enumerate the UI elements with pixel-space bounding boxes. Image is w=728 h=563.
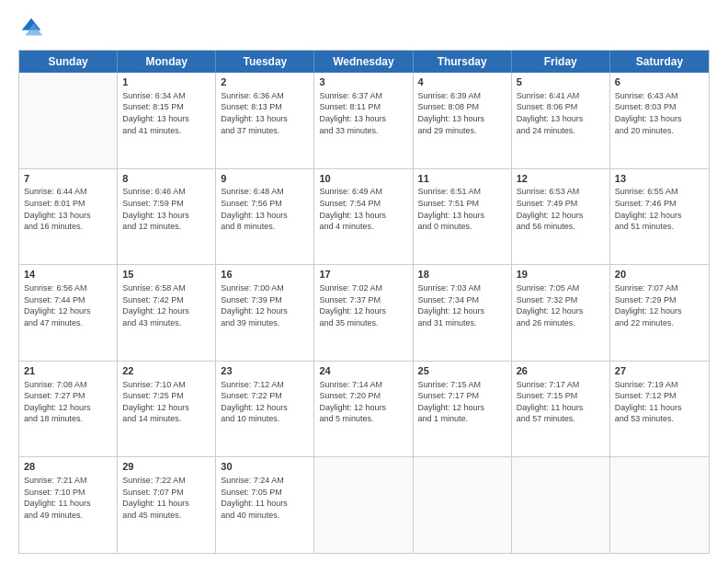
day-info: Sunrise: 6:55 AM Sunset: 7:46 PM Dayligh… — [615, 186, 704, 232]
day-number: 10 — [319, 172, 407, 186]
calendar-day-21: 21Sunrise: 7:08 AM Sunset: 7:27 PM Dayli… — [19, 362, 118, 457]
day-info: Sunrise: 6:43 AM Sunset: 8:03 PM Dayligh… — [615, 90, 704, 136]
day-number: 30 — [221, 460, 309, 474]
calendar-day-4: 4Sunrise: 6:39 AM Sunset: 8:08 PM Daylig… — [414, 73, 512, 168]
header-day-tuesday: Tuesday — [216, 51, 314, 73]
day-info: Sunrise: 7:14 AM Sunset: 7:20 PM Dayligh… — [319, 379, 407, 425]
calendar: SundayMondayTuesdayWednesdayThursdayFrid… — [18, 50, 710, 554]
day-info: Sunrise: 7:24 AM Sunset: 7:05 PM Dayligh… — [221, 475, 309, 521]
day-info: Sunrise: 7:22 AM Sunset: 7:07 PM Dayligh… — [122, 475, 210, 521]
day-number: 7 — [24, 172, 112, 186]
day-number: 1 — [122, 75, 210, 89]
day-number: 12 — [517, 172, 605, 186]
day-number: 23 — [221, 364, 309, 378]
day-info: Sunrise: 7:05 AM Sunset: 7:32 PM Dayligh… — [517, 282, 605, 328]
day-info: Sunrise: 6:44 AM Sunset: 8:01 PM Dayligh… — [24, 186, 112, 232]
calendar-day-13: 13Sunrise: 6:55 AM Sunset: 7:46 PM Dayli… — [610, 169, 709, 265]
day-info: Sunrise: 7:02 AM Sunset: 7:37 PM Dayligh… — [319, 282, 407, 328]
day-number: 3 — [319, 75, 407, 89]
day-info: Sunrise: 6:58 AM Sunset: 7:42 PM Dayligh… — [122, 282, 210, 328]
calendar-day-16: 16Sunrise: 7:00 AM Sunset: 7:39 PM Dayli… — [216, 265, 314, 361]
calendar-day-26: 26Sunrise: 7:17 AM Sunset: 7:15 PM Dayli… — [512, 362, 610, 457]
day-info: Sunrise: 7:03 AM Sunset: 7:34 PM Dayligh… — [418, 282, 506, 328]
day-info: Sunrise: 7:12 AM Sunset: 7:22 PM Dayligh… — [221, 379, 309, 425]
calendar-week-2: 7Sunrise: 6:44 AM Sunset: 8:01 PM Daylig… — [19, 169, 709, 266]
day-number: 13 — [615, 172, 704, 186]
day-info: Sunrise: 6:41 AM Sunset: 8:06 PM Dayligh… — [517, 90, 605, 136]
logo — [18, 15, 48, 40]
header-day-sunday: Sunday — [19, 51, 118, 73]
day-info: Sunrise: 7:17 AM Sunset: 7:15 PM Dayligh… — [517, 379, 605, 425]
calendar-day-12: 12Sunrise: 6:53 AM Sunset: 7:49 PM Dayli… — [512, 169, 610, 265]
day-number: 29 — [122, 460, 210, 474]
calendar-week-5: 28Sunrise: 7:21 AM Sunset: 7:10 PM Dayli… — [19, 457, 709, 553]
calendar-day-17: 17Sunrise: 7:02 AM Sunset: 7:37 PM Dayli… — [314, 265, 413, 361]
calendar-header: SundayMondayTuesdayWednesdayThursdayFrid… — [19, 51, 709, 73]
day-number: 26 — [517, 364, 605, 378]
day-info: Sunrise: 7:07 AM Sunset: 7:29 PM Dayligh… — [615, 282, 704, 328]
day-info: Sunrise: 7:19 AM Sunset: 7:12 PM Dayligh… — [615, 379, 704, 425]
calendar-day-24: 24Sunrise: 7:14 AM Sunset: 7:20 PM Dayli… — [314, 362, 413, 457]
day-info: Sunrise: 6:51 AM Sunset: 7:51 PM Dayligh… — [418, 186, 506, 232]
calendar-day-23: 23Sunrise: 7:12 AM Sunset: 7:22 PM Dayli… — [216, 362, 314, 457]
day-number: 4 — [418, 75, 506, 89]
logo-icon — [18, 15, 44, 40]
calendar-empty-cell — [414, 457, 512, 553]
calendar-day-25: 25Sunrise: 7:15 AM Sunset: 7:17 PM Dayli… — [414, 362, 512, 457]
day-number: 5 — [517, 75, 605, 89]
calendar-day-15: 15Sunrise: 6:58 AM Sunset: 7:42 PM Dayli… — [118, 265, 216, 361]
calendar-day-22: 22Sunrise: 7:10 AM Sunset: 7:25 PM Dayli… — [118, 362, 216, 457]
day-number: 17 — [319, 268, 407, 282]
calendar-day-8: 8Sunrise: 6:46 AM Sunset: 7:59 PM Daylig… — [118, 169, 216, 265]
day-info: Sunrise: 6:34 AM Sunset: 8:15 PM Dayligh… — [122, 90, 210, 136]
day-number: 16 — [221, 268, 309, 282]
calendar-day-11: 11Sunrise: 6:51 AM Sunset: 7:51 PM Dayli… — [414, 169, 512, 265]
calendar-body: 1Sunrise: 6:34 AM Sunset: 8:15 PM Daylig… — [19, 73, 709, 553]
calendar-empty-cell — [19, 73, 118, 168]
calendar-empty-cell — [610, 457, 709, 553]
calendar-week-4: 21Sunrise: 7:08 AM Sunset: 7:27 PM Dayli… — [19, 362, 709, 458]
calendar-empty-cell — [512, 457, 610, 553]
day-info: Sunrise: 6:37 AM Sunset: 8:11 PM Dayligh… — [319, 90, 407, 136]
calendar-week-3: 14Sunrise: 6:56 AM Sunset: 7:44 PM Dayli… — [19, 265, 709, 362]
calendar-day-19: 19Sunrise: 7:05 AM Sunset: 7:32 PM Dayli… — [512, 265, 610, 361]
header-day-thursday: Thursday — [414, 51, 512, 73]
day-number: 19 — [517, 268, 605, 282]
day-number: 11 — [418, 172, 506, 186]
calendar-day-30: 30Sunrise: 7:24 AM Sunset: 7:05 PM Dayli… — [216, 457, 314, 553]
calendar-day-1: 1Sunrise: 6:34 AM Sunset: 8:15 PM Daylig… — [118, 73, 216, 168]
calendar-day-10: 10Sunrise: 6:49 AM Sunset: 7:54 PM Dayli… — [314, 169, 413, 265]
calendar-day-6: 6Sunrise: 6:43 AM Sunset: 8:03 PM Daylig… — [610, 73, 709, 168]
day-number: 27 — [615, 364, 704, 378]
day-info: Sunrise: 6:49 AM Sunset: 7:54 PM Dayligh… — [319, 186, 407, 232]
day-info: Sunrise: 6:46 AM Sunset: 7:59 PM Dayligh… — [122, 186, 210, 232]
calendar-day-9: 9Sunrise: 6:48 AM Sunset: 7:56 PM Daylig… — [216, 169, 314, 265]
day-number: 21 — [24, 364, 112, 378]
day-number: 2 — [221, 75, 309, 89]
day-info: Sunrise: 7:00 AM Sunset: 7:39 PM Dayligh… — [221, 282, 309, 328]
calendar-week-1: 1Sunrise: 6:34 AM Sunset: 8:15 PM Daylig… — [19, 73, 709, 169]
calendar-day-18: 18Sunrise: 7:03 AM Sunset: 7:34 PM Dayli… — [414, 265, 512, 361]
calendar-day-5: 5Sunrise: 6:41 AM Sunset: 8:06 PM Daylig… — [512, 73, 610, 168]
header-day-monday: Monday — [118, 51, 216, 73]
day-info: Sunrise: 7:15 AM Sunset: 7:17 PM Dayligh… — [418, 379, 506, 425]
day-number: 8 — [122, 172, 210, 186]
day-number: 9 — [221, 172, 309, 186]
day-info: Sunrise: 6:36 AM Sunset: 8:13 PM Dayligh… — [221, 90, 309, 136]
header-day-wednesday: Wednesday — [314, 51, 413, 73]
calendar-day-28: 28Sunrise: 7:21 AM Sunset: 7:10 PM Dayli… — [19, 457, 118, 553]
calendar-day-14: 14Sunrise: 6:56 AM Sunset: 7:44 PM Dayli… — [19, 265, 118, 361]
calendar-day-20: 20Sunrise: 7:07 AM Sunset: 7:29 PM Dayli… — [610, 265, 709, 361]
day-info: Sunrise: 6:39 AM Sunset: 8:08 PM Dayligh… — [418, 90, 506, 136]
day-number: 24 — [319, 364, 407, 378]
day-number: 25 — [418, 364, 506, 378]
day-number: 14 — [24, 268, 112, 282]
day-number: 22 — [122, 364, 210, 378]
calendar-day-3: 3Sunrise: 6:37 AM Sunset: 8:11 PM Daylig… — [314, 73, 413, 168]
day-number: 15 — [122, 268, 210, 282]
day-number: 28 — [24, 460, 112, 474]
day-number: 18 — [418, 268, 506, 282]
day-info: Sunrise: 6:56 AM Sunset: 7:44 PM Dayligh… — [24, 282, 112, 328]
day-number: 20 — [615, 268, 704, 282]
day-info: Sunrise: 6:48 AM Sunset: 7:56 PM Dayligh… — [221, 186, 309, 232]
